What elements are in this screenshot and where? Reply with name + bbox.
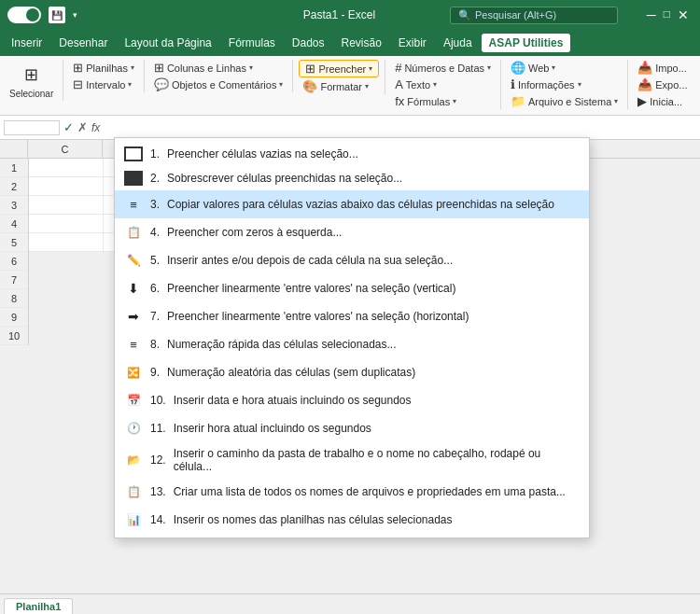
search-placeholder: Pesquisar (Alt+G) bbox=[475, 9, 556, 21]
planilhas-label: Planilhas bbox=[86, 63, 128, 74]
expo-button[interactable]: 📤 Expo... bbox=[634, 77, 691, 92]
arquivo-icon: 📁 bbox=[511, 94, 525, 108]
menu-item-9[interactable]: 🔀 9. Numeração aleatória das células (se… bbox=[115, 358, 589, 386]
intervalo-icon: ⊟ bbox=[73, 77, 83, 91]
item-icon-10: 📅 bbox=[124, 391, 143, 410]
preencher-icon: ⊞ bbox=[305, 62, 315, 76]
ribbon-group-numeros: # Números e Datas ▾ A Texto ▾ fx Fórmula… bbox=[391, 60, 501, 109]
sidebar-item-asap[interactable]: ASAP Utilities bbox=[482, 34, 571, 52]
item-label-8: Numeração rápida das células selecionada… bbox=[167, 338, 396, 351]
preencher-dropdown: 1. Preencher células vazias na seleção..… bbox=[114, 137, 590, 538]
menu-item-6[interactable]: ⬇ 6. Preencher linearmente 'entre valore… bbox=[115, 274, 589, 302]
preencher-arrow: ▾ bbox=[369, 64, 372, 73]
item-text-8: 8. bbox=[150, 338, 160, 351]
formula-cancel[interactable]: ✗ bbox=[77, 120, 88, 134]
item-icon-3: ≡ bbox=[124, 195, 143, 214]
search-bar[interactable]: 🔍 Pesquisar (Alt+G) bbox=[450, 7, 618, 24]
ribbon-group-selecionar: ⊞ Selecionar bbox=[6, 60, 63, 101]
cell-c1[interactable] bbox=[29, 159, 104, 177]
row-num-7: 7 bbox=[0, 271, 28, 289]
inicia-button[interactable]: ▶ Inicia... bbox=[634, 93, 691, 109]
menu-item-2[interactable]: 2. Sobrescrever células preenchidas na s… bbox=[115, 166, 589, 190]
item-text-10: 10. bbox=[150, 394, 166, 407]
intervalo-button[interactable]: ⊟ Intervalo ▾ bbox=[69, 77, 138, 92]
objetos-arrow: ▾ bbox=[279, 80, 283, 89]
col-header-c: C bbox=[28, 140, 103, 158]
item-label-5: Inserir antes e/ou depois de cada célula… bbox=[167, 254, 453, 267]
formulas-button[interactable]: fx Fórmulas ▾ bbox=[391, 93, 495, 109]
menu-item-11[interactable]: 🕐 11. Inserir hora atual incluindo os se… bbox=[115, 414, 589, 442]
selecionar-button[interactable]: ⊞ Selecionar bbox=[6, 60, 57, 101]
menu-item-3[interactable]: ≡ 3. Copiar valores para células vazias … bbox=[115, 190, 589, 218]
informacoes-button[interactable]: ℹ Informações ▾ bbox=[507, 77, 622, 92]
cell-c3[interactable] bbox=[29, 196, 104, 215]
sheet-tab-1[interactable]: Planilha1 bbox=[4, 598, 73, 614]
minimize-icon[interactable]: ─ bbox=[647, 7, 656, 22]
objetos-comentarios-button[interactable]: 💬 Objetos e Comentários ▾ bbox=[150, 77, 287, 92]
sidebar-item-revisao[interactable]: Revisão bbox=[334, 34, 389, 52]
sidebar-item-desenhar[interactable]: Desenhar bbox=[51, 34, 115, 52]
item-text-4: 4. bbox=[150, 226, 160, 239]
expo-icon: 📤 bbox=[637, 77, 652, 91]
informacoes-icon: ℹ bbox=[511, 77, 515, 91]
formula-checkmark[interactable]: ✓ bbox=[63, 120, 74, 134]
maximize-icon[interactable]: □ bbox=[664, 7, 670, 22]
item-icon-13: 📋 bbox=[124, 482, 143, 501]
sidebar-item-formulas[interactable]: Fórmulas bbox=[221, 34, 283, 52]
texto-icon: A bbox=[395, 77, 403, 91]
item-label-2: Sobrescrever células preenchidas na sele… bbox=[167, 172, 402, 185]
menu-item-8[interactable]: ≡ 8. Numeração rápida das células seleci… bbox=[115, 330, 589, 358]
menu-item-5[interactable]: ✏️ 5. Inserir antes e/ou depois de cada … bbox=[115, 246, 589, 274]
cell-c5[interactable] bbox=[29, 233, 104, 252]
menu-item-4[interactable]: 📋 4. Preencher com zeros à esquerda... bbox=[115, 218, 589, 246]
menu-item-7[interactable]: ➡ 7. Preencher linearmente 'entre valore… bbox=[115, 302, 589, 330]
intervalo-arrow: ▾ bbox=[128, 80, 132, 89]
impo-button[interactable]: 📥 Impo... bbox=[634, 60, 691, 76]
expo-label: Expo... bbox=[655, 79, 687, 91]
item-icon-9: 🔀 bbox=[124, 363, 143, 382]
menu-item-13[interactable]: 📋 13. Criar uma lista de todos os nomes … bbox=[115, 478, 589, 506]
close-icon[interactable]: ✕ bbox=[678, 7, 689, 22]
formatar-arrow: ▾ bbox=[365, 82, 369, 91]
informacoes-label: Informações bbox=[518, 79, 575, 91]
objetos-label: Objetos e Comentários bbox=[172, 79, 277, 91]
row-num-3: 3 bbox=[0, 196, 28, 215]
sidebar-item-inserir[interactable]: Inserir bbox=[4, 34, 49, 52]
row-num-5: 5 bbox=[0, 233, 28, 252]
sidebar-item-dados[interactable]: Dados bbox=[285, 34, 332, 52]
ribbon-group-preencher: ⊞ Preencher ▾ 🎨 Formatar ▾ bbox=[299, 60, 385, 94]
item-text-3: 3. bbox=[150, 198, 160, 211]
preencher-button[interactable]: ⊞ Preencher ▾ bbox=[299, 60, 379, 77]
sidebar-item-layout[interactable]: Layout da Página bbox=[117, 34, 218, 52]
save-icon[interactable]: 💾 bbox=[49, 7, 65, 23]
name-box[interactable] bbox=[4, 120, 60, 135]
sidebar-item-exibir[interactable]: Exibir bbox=[391, 34, 434, 52]
colunas-linhas-button[interactable]: ⊞ Colunas e Linhas ▾ bbox=[150, 60, 287, 76]
row-num-1: 1 bbox=[0, 159, 28, 177]
texto-button[interactable]: A Texto ▾ bbox=[391, 77, 495, 92]
web-button[interactable]: 🌐 Web ▾ bbox=[507, 60, 622, 76]
item-label-14: Inserir os nomes das planilhas nas célul… bbox=[174, 513, 453, 526]
quick-access-arrow[interactable]: ▾ bbox=[73, 10, 77, 20]
web-label: Web bbox=[528, 63, 549, 74]
item-label-4: Preencher com zeros à esquerda... bbox=[167, 226, 342, 239]
objetos-icon: 💬 bbox=[154, 77, 169, 91]
formatar-button[interactable]: 🎨 Formatar ▾ bbox=[299, 78, 379, 94]
item-text-12: 12. bbox=[150, 454, 166, 467]
planilhas-button[interactable]: ⊞ Planilhas ▾ bbox=[69, 60, 138, 76]
menu-item-14[interactable]: 📊 14. Inserir os nomes das planilhas nas… bbox=[115, 506, 589, 534]
cell-c4[interactable] bbox=[29, 215, 104, 233]
menu-item-1[interactable]: 1. Preencher células vazias na seleção..… bbox=[115, 142, 589, 166]
row-num-9: 9 bbox=[0, 308, 28, 327]
selecionar-label: Selecionar bbox=[9, 89, 53, 99]
toggle-switch[interactable] bbox=[7, 7, 41, 23]
menu-item-12[interactable]: 📂 12. Inserir o caminho da pasta de trab… bbox=[115, 442, 589, 478]
numeros-datas-button[interactable]: # Números e Datas ▾ bbox=[391, 60, 495, 76]
item-label-11: Inserir hora atual incluindo os segundos bbox=[174, 422, 371, 435]
planilhas-icon: ⊞ bbox=[73, 61, 83, 75]
cell-c2[interactable] bbox=[29, 177, 104, 196]
sidebar-item-ajuda[interactable]: Ajuda bbox=[436, 34, 480, 52]
arquivo-sistema-button[interactable]: 📁 Arquivo e Sistema ▾ bbox=[507, 93, 622, 109]
menu-item-10[interactable]: 📅 10. Inserir data e hora atuais incluin… bbox=[115, 386, 589, 414]
impo-label: Impo... bbox=[655, 63, 687, 74]
